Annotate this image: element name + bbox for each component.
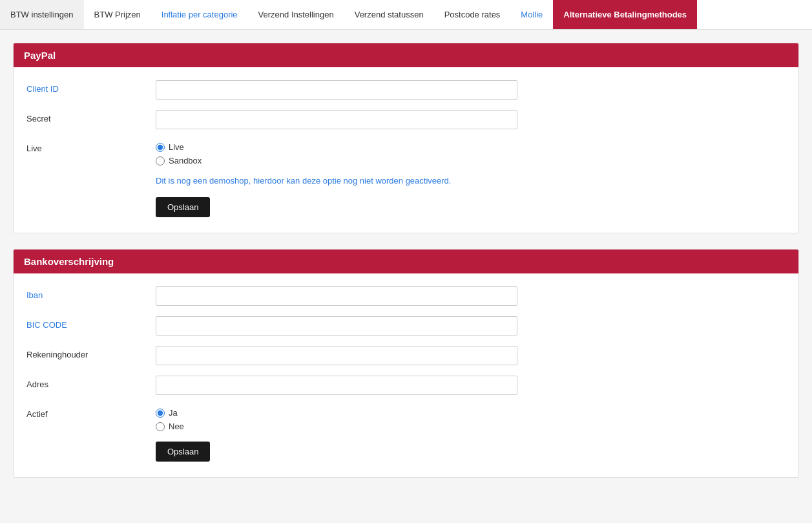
bankoverschrijving-card-header: Bankoverschrijving (14, 250, 798, 273)
nav-inflatie-per-categorie[interactable]: Inflatie per categorie (151, 0, 248, 29)
adres-control (156, 376, 517, 395)
bic-code-control (156, 316, 517, 336)
actief-row: Actief Ja Nee (26, 405, 786, 431)
rekeninghouder-control (156, 346, 517, 365)
nav-mollie[interactable]: Mollie (510, 0, 553, 29)
iban-label: Iban (26, 286, 156, 300)
iban-input[interactable] (156, 286, 517, 306)
nav-verzend-instellingen[interactable]: Verzend Instellingen (248, 0, 344, 29)
live-radio[interactable] (156, 143, 165, 152)
ja-option[interactable]: Ja (156, 408, 517, 418)
actief-control: Ja Nee (156, 405, 517, 431)
adres-row: Adres (26, 376, 786, 395)
bankoverschrijving-card-body: Iban BIC CODE Rekeninghouder (14, 273, 798, 477)
paypal-info-text: Dit is nog een demoshop, hierdoor kan de… (156, 176, 786, 186)
sandbox-radio[interactable] (156, 156, 165, 165)
live-control: Live Sandbox (156, 140, 517, 165)
bic-code-row: BIC CODE (26, 316, 786, 336)
bankoverschrijving-title: Bankoverschrijving (24, 256, 114, 267)
nav-postcode-rates[interactable]: Postcode rates (434, 0, 511, 29)
live-label: Live (26, 140, 156, 153)
client-id-label: Client ID (26, 80, 156, 94)
bic-code-input[interactable] (156, 316, 517, 336)
nav-btw-prijzen[interactable]: BTW Prijzen (84, 0, 151, 29)
ja-option-label: Ja (169, 408, 178, 418)
actief-label: Actief (26, 405, 156, 419)
adres-label: Adres (26, 376, 156, 389)
main-nav: BTW instellingen BTW Prijzen Inflatie pe… (0, 0, 812, 30)
bankoverschrijving-save-button[interactable]: Opslaan (156, 442, 210, 462)
paypal-card-header: PayPal (14, 43, 798, 67)
client-id-input[interactable] (156, 80, 517, 100)
rekeninghouder-row: Rekeninghouder (26, 346, 786, 365)
iban-row: Iban (26, 286, 786, 306)
paypal-card: PayPal Client ID Secret Live (13, 43, 799, 233)
client-id-row: Client ID (26, 80, 786, 100)
nav-verzend-statussen[interactable]: Verzend statussen (344, 0, 434, 29)
rekeninghouder-input[interactable] (156, 346, 517, 365)
paypal-title: PayPal (24, 50, 56, 61)
adres-input[interactable] (156, 376, 517, 395)
iban-control (156, 286, 517, 306)
bankoverschrijving-card: Bankoverschrijving Iban BIC CODE Rekenin… (13, 249, 799, 478)
live-radio-group: Live Sandbox (156, 140, 517, 165)
nav-btw-instellingen[interactable]: BTW instellingen (0, 0, 84, 29)
nee-option-label: Nee (169, 422, 184, 431)
main-content: PayPal Client ID Secret Live (0, 30, 812, 506)
ja-radio[interactable] (156, 409, 165, 418)
secret-row: Secret (26, 110, 786, 129)
live-option-label: Live (169, 142, 184, 152)
rekeninghouder-label: Rekeninghouder (26, 346, 156, 359)
nav-alternatieve-betalingmethodes[interactable]: Alternatieve Betalingmethodes (553, 0, 697, 29)
paypal-save-button[interactable]: Opslaan (156, 197, 210, 217)
secret-label: Secret (26, 110, 156, 123)
secret-input[interactable] (156, 110, 517, 129)
paypal-card-body: Client ID Secret Live (14, 67, 798, 233)
nee-option[interactable]: Nee (156, 422, 517, 431)
sandbox-option-label: Sandbox (169, 156, 202, 165)
actief-radio-group: Ja Nee (156, 405, 517, 431)
secret-control (156, 110, 517, 129)
bic-code-label: BIC CODE (26, 316, 156, 330)
live-row: Live Live Sandbox (26, 140, 786, 165)
live-option[interactable]: Live (156, 142, 517, 152)
nee-radio[interactable] (156, 422, 165, 431)
client-id-control (156, 80, 517, 100)
sandbox-option[interactable]: Sandbox (156, 156, 517, 165)
